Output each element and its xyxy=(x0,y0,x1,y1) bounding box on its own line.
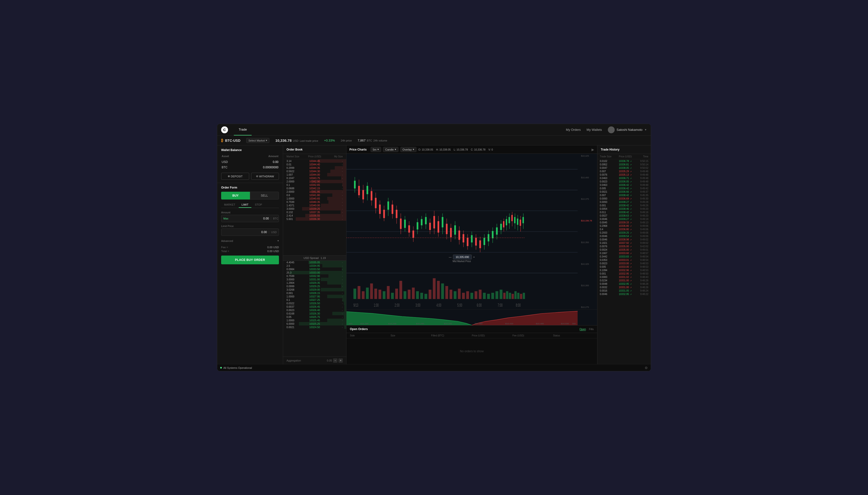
ob-bid-row[interactable]: 1.290410329.35- xyxy=(283,281,346,285)
th-row[interactable]: 0.003210331.00 ↗9:48:26 xyxy=(597,286,651,289)
ob-bid-row[interactable]: 0.00110328.15- xyxy=(283,291,346,295)
th-row[interactable]: 0.009310336.69 ↗9:49:30 xyxy=(597,197,651,200)
th-row[interactable]: 0.002410335.00 ↗9:49:01 xyxy=(597,248,651,251)
aggregation-increase-button[interactable]: + xyxy=(339,358,343,363)
th-row[interactable]: 0.004610339.54 ↗9:49:06 xyxy=(597,234,651,238)
ob-bid-row[interactable]: 0.110327.25- xyxy=(283,298,346,302)
th-row[interactable]: 0.00710338.42 ↗9:45:35 xyxy=(597,193,651,197)
ob-ask-row[interactable]: 0.13210337.35- xyxy=(283,210,346,214)
th-row[interactable]: 0.296810336.80 ↗9:49:06 xyxy=(597,224,651,227)
th-row[interactable]: 0.166710333.60 ↗9:48:57 xyxy=(597,251,651,255)
ob-bid-row[interactable]: 3.000010331.00- xyxy=(283,278,346,281)
th-row[interactable]: 0.293310339.25 ↗9:49:06 xyxy=(597,231,651,234)
th-row[interactable]: 0.005410338.46 ↗9:49:20 xyxy=(597,207,651,210)
th-row[interactable]: 0.035310333.01 ↗9:48:54 xyxy=(597,258,651,262)
th-row[interactable]: 0.004510339.33 ↗9:49:13 xyxy=(597,221,651,224)
ob-ask-row[interactable]: 3.1410344.45- xyxy=(283,159,346,163)
buy-tab-button[interactable]: BUY xyxy=(221,192,250,200)
ob-ask-row[interactable]: 2.000010342.90- xyxy=(283,180,346,183)
th-row[interactable]: 0.004710338.05 ↗9:50:02 xyxy=(597,166,651,170)
ob-bid-row[interactable]: 4.404510335.05- xyxy=(283,261,346,264)
user-dropdown-icon[interactable]: ▼ xyxy=(644,129,647,131)
th-row[interactable]: 0.046310336.42 ↗9:49:48 xyxy=(597,183,651,187)
th-row[interactable]: 0.004610339.27 ↗9:49:19 xyxy=(597,217,651,221)
user-info[interactable]: Satoshi Nakamoto ▼ xyxy=(608,126,647,133)
settings-icon[interactable]: ⚙ xyxy=(645,366,648,370)
amount-max-button[interactable]: Max xyxy=(222,217,230,220)
th-row[interactable]: 0.109410332.96 ↗9:48:53 xyxy=(597,269,651,272)
th-row[interactable]: 0.001610331.05 ↗9:48:24 xyxy=(597,289,651,292)
ob-bid-row[interactable]: 1.000010325.45- xyxy=(283,319,346,322)
th-row[interactable]: 0.095210336.81 ↗9:50:14 xyxy=(597,163,651,166)
chart-expand-button[interactable]: ▶ xyxy=(591,148,594,152)
th-row[interactable]: 0.007610335.00 ↗9:42:02 xyxy=(597,244,651,248)
th-row[interactable]: 0.004610338.98 ↗9:49:02 xyxy=(597,238,651,241)
place-order-button[interactable]: PLACE BUY ORDER xyxy=(221,256,279,264)
nav-tab-trade[interactable]: Trade xyxy=(234,124,252,135)
my-wallets-link[interactable]: My Wallets xyxy=(587,128,602,132)
th-row[interactable]: 0.023410331.00 ↗9:48:28 xyxy=(597,279,651,282)
th-row[interactable]: 0.002710338.63 ↗9:49:20 xyxy=(597,214,651,217)
ob-ask-row[interactable]: 0.592210344.30- xyxy=(283,170,346,173)
ob-bid-row[interactable]: 3.026810329.00- xyxy=(283,288,346,291)
timeframe-select[interactable]: 5m ▾ xyxy=(371,147,381,152)
th-row[interactable]: 0.002110336.66 ↗9:49:37 xyxy=(597,190,651,193)
withdraw-button[interactable]: ⊖ WITHDRAW xyxy=(251,173,279,180)
ob-ask-row[interactable]: 0.759910340.35- xyxy=(283,200,346,204)
th-row[interactable]: 0.002310336.05 ↗9:49:48 xyxy=(597,180,651,183)
logo[interactable]: C xyxy=(221,126,228,133)
ob-bid-row[interactable]: 1.000010327.95- xyxy=(283,295,346,298)
chart-type-select[interactable]: Candle ▾ xyxy=(383,147,398,152)
ob-bid-row[interactable]: 0.098410333.50- xyxy=(283,268,346,271)
ob-bid-row[interactable]: 6.000010325.25- xyxy=(283,322,346,325)
ob-ask-row[interactable]: 2.41410336.55- xyxy=(283,214,346,217)
order-type-stop[interactable]: STOP xyxy=(252,202,265,208)
th-row[interactable]: 0.00110332.95 ↗9:48:50 xyxy=(597,272,651,275)
ob-bid-row[interactable]: 0.032210326.50- xyxy=(283,302,346,305)
th-row[interactable]: 0.410336.80 ↗9:49:06 xyxy=(597,227,651,231)
order-type-market[interactable]: MARKET xyxy=(221,202,238,208)
chart-container[interactable]: 9/13 1:00 2:00 3:00 4:00 5:00 6:00 7:00 … xyxy=(346,154,597,309)
th-row[interactable]: 0.002310333.00 ↗9:48:53 xyxy=(597,262,651,265)
ob-ask-row[interactable]: 5.60110336.30- xyxy=(283,217,346,221)
advanced-toggle[interactable]: Advanced ▾ xyxy=(221,238,279,243)
ob-ask-row[interactable]: 0.110342.65- xyxy=(283,183,346,187)
ob-bid-row[interactable]: 0.003710326.45- xyxy=(283,305,346,308)
th-row[interactable]: 0.01110338.42 ↗9:49:16 xyxy=(597,210,651,214)
th-row[interactable]: 0.344210333.83 ↗9:48:54 xyxy=(597,255,651,258)
order-type-limit[interactable]: LIMIT xyxy=(239,202,251,208)
th-row[interactable]: 0.00110338.42 ↗9:49:26 xyxy=(597,204,651,207)
limit-price-input[interactable] xyxy=(222,229,269,236)
sell-tab-button[interactable]: SELL xyxy=(250,192,279,200)
th-row[interactable]: 0.008310331.02 ↗9:48:43 xyxy=(597,275,651,279)
ob-bid-row[interactable]: 0.0510325.75- xyxy=(283,315,346,319)
ob-ask-row[interactable]: 3.000010339.25- xyxy=(283,207,346,210)
oo-tab-fills[interactable]: Fills xyxy=(589,328,594,331)
th-row[interactable]: 0.004810332.95 ↗9:48:28 xyxy=(597,282,651,286)
overlay-select[interactable]: Overlay ▾ xyxy=(400,147,416,152)
amount-input[interactable] xyxy=(230,215,271,222)
ob-bid-row[interactable]: 0.002310326.40- xyxy=(283,308,346,312)
ob-ask-row[interactable]: 2.000010341.95- xyxy=(283,190,346,193)
th-row[interactable]: 0.046310336.71 ↗9:49:48 xyxy=(597,176,651,180)
ob-ask-row[interactable]: 1.00710344.00- xyxy=(283,173,346,176)
th-row[interactable]: 0.00710335.29 ↗9:49:48 xyxy=(597,170,651,173)
deposit-button[interactable]: ⊕ DEPOSIT xyxy=(221,173,249,180)
th-row[interactable]: 0.182110337.92 ↗9:49:02 xyxy=(597,241,651,244)
th-row[interactable]: 0.007610335.13 ↗9:49:48 xyxy=(597,173,651,176)
ob-bid-row[interactable]: 0.759910332.90- xyxy=(283,274,346,278)
th-row[interactable]: 0.010210336.78 ↗9:50:15 xyxy=(597,159,651,163)
th-row[interactable]: 0.004610332.95 ↗9:48:22 xyxy=(597,292,651,296)
ob-ask-row[interactable]: 0.299910344.35- xyxy=(283,166,346,170)
th-row[interactable]: 0.009310338.27 ↗9:49:28 xyxy=(597,200,651,204)
ob-ask-row[interactable]: 0.104710343.75- xyxy=(283,176,346,180)
th-row[interactable]: 0.00510336.42 ↗9:49:42 xyxy=(597,187,651,190)
ob-ask-row[interactable]: 1.437110340.00- xyxy=(283,204,346,207)
ob-ask-row[interactable]: 0.610341.80- xyxy=(283,193,346,197)
ob-bid-row[interactable]: 0.002110324.50- xyxy=(283,325,346,329)
ob-bid-row[interactable]: 0.099910329.25- xyxy=(283,285,346,288)
oo-tab-open[interactable]: Open xyxy=(579,328,586,331)
aggregation-decrease-button[interactable]: − xyxy=(333,358,338,363)
ob-ask-row[interactable]: 0.0110344.40- xyxy=(283,163,346,166)
th-row[interactable]: 0.00510333.00 ↗9:48:53 xyxy=(597,265,651,269)
